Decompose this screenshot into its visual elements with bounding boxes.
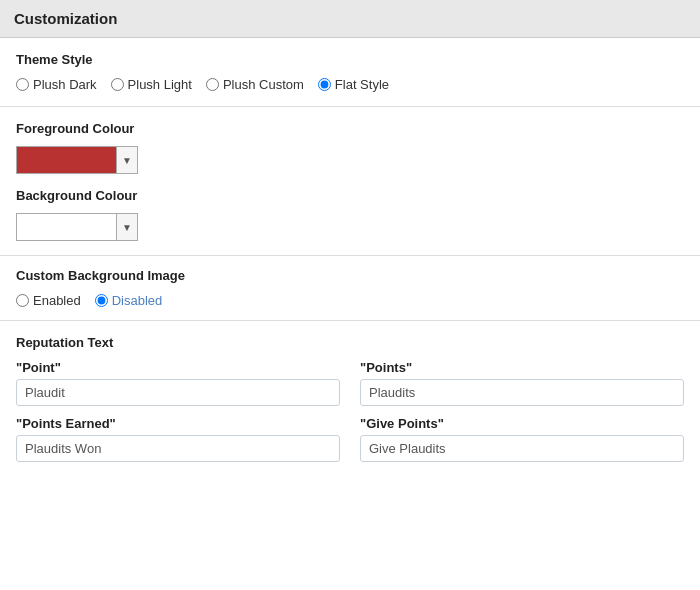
radio-item-plush-custom[interactable]: Plush Custom bbox=[206, 77, 304, 92]
foreground-colour-section: Foreground Colour ▼ Background Colour ▼ bbox=[0, 107, 700, 256]
custom-bg-label: Custom Background Image bbox=[16, 268, 684, 283]
rep-label-give-points: "Give Points" bbox=[360, 416, 684, 431]
foreground-color-swatch[interactable] bbox=[16, 146, 116, 174]
foreground-color-picker[interactable]: ▼ bbox=[16, 146, 684, 174]
radio-flat-style[interactable] bbox=[318, 78, 331, 91]
theme-style-section: Theme Style Plush Dark Plush Light Plush… bbox=[0, 38, 700, 107]
radio-label-plush-dark: Plush Dark bbox=[33, 77, 97, 92]
radio-item-plush-dark[interactable]: Plush Dark bbox=[16, 77, 97, 92]
background-colour-block: Background Colour ▼ bbox=[16, 188, 684, 241]
reputation-text-label: Reputation Text bbox=[16, 335, 684, 350]
page-title: Customization bbox=[0, 0, 700, 38]
rep-input-give-points[interactable] bbox=[360, 435, 684, 462]
rep-input-points-earned[interactable] bbox=[16, 435, 340, 462]
rep-input-points[interactable] bbox=[360, 379, 684, 406]
custom-bg-radio-group: Enabled Disabled bbox=[16, 293, 684, 308]
rep-label-points: "Points" bbox=[360, 360, 684, 375]
radio-plush-dark[interactable] bbox=[16, 78, 29, 91]
radio-item-bg-enabled[interactable]: Enabled bbox=[16, 293, 81, 308]
radio-label-bg-enabled: Enabled bbox=[33, 293, 81, 308]
radio-label-plush-light: Plush Light bbox=[128, 77, 192, 92]
radio-label-plush-custom: Plush Custom bbox=[223, 77, 304, 92]
foreground-colour-block: Foreground Colour ▼ bbox=[16, 121, 684, 174]
rep-field-give-points: "Give Points" bbox=[360, 416, 684, 462]
radio-label-bg-disabled: Disabled bbox=[112, 293, 163, 308]
rep-field-point: "Point" bbox=[16, 360, 340, 406]
reputation-text-grid: "Point" "Points" "Points Earned" "Give P… bbox=[16, 360, 684, 462]
radio-item-bg-disabled[interactable]: Disabled bbox=[95, 293, 163, 308]
radio-plush-custom[interactable] bbox=[206, 78, 219, 91]
foreground-colour-label: Foreground Colour bbox=[16, 121, 684, 136]
rep-field-points-earned: "Points Earned" bbox=[16, 416, 340, 462]
radio-plush-light[interactable] bbox=[111, 78, 124, 91]
rep-input-point[interactable] bbox=[16, 379, 340, 406]
radio-item-plush-light[interactable]: Plush Light bbox=[111, 77, 192, 92]
radio-item-flat-style[interactable]: Flat Style bbox=[318, 77, 389, 92]
background-color-swatch[interactable] bbox=[16, 213, 116, 241]
background-color-picker[interactable]: ▼ bbox=[16, 213, 684, 241]
rep-field-points: "Points" bbox=[360, 360, 684, 406]
custom-bg-section: Custom Background Image Enabled Disabled bbox=[0, 256, 700, 321]
theme-style-label: Theme Style bbox=[16, 52, 684, 67]
radio-label-flat-style: Flat Style bbox=[335, 77, 389, 92]
radio-bg-enabled[interactable] bbox=[16, 294, 29, 307]
theme-style-radio-group: Plush Dark Plush Light Plush Custom Flat… bbox=[16, 77, 684, 92]
background-colour-label: Background Colour bbox=[16, 188, 684, 203]
radio-bg-disabled[interactable] bbox=[95, 294, 108, 307]
foreground-color-dropdown-btn[interactable]: ▼ bbox=[116, 146, 138, 174]
reputation-text-section: Reputation Text "Point" "Points" "Points… bbox=[0, 321, 700, 476]
background-color-dropdown-btn[interactable]: ▼ bbox=[116, 213, 138, 241]
rep-label-point: "Point" bbox=[16, 360, 340, 375]
rep-label-points-earned: "Points Earned" bbox=[16, 416, 340, 431]
